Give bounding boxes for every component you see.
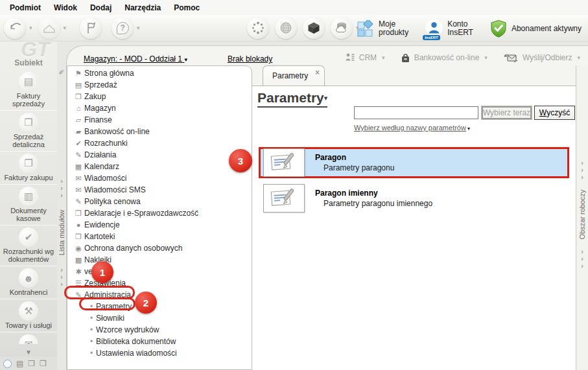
module-button[interactable]: ❒ Sprzedaż detaliczna: [0, 111, 57, 152]
tree-item[interactable]: ✔ Rozrachunki: [67, 137, 252, 149]
my-products-button[interactable]: Moje produkty: [351, 16, 414, 41]
parameter-list-item[interactable]: Paragon Parametry paragonu: [259, 147, 569, 178]
tree-item[interactable]: • Wzorce wydruków: [67, 324, 252, 336]
subscription-status-button[interactable]: Abonament aktywny: [485, 16, 587, 41]
online-services-button[interactable]: [275, 17, 297, 39]
chevron-down-icon[interactable]: ▾: [29, 25, 32, 31]
chevron-down-icon: ▾: [484, 54, 488, 61]
tree-item-label: Zakup: [84, 92, 106, 101]
tree-item-icon: •: [87, 325, 96, 334]
parameter-item-subtitle: Parametry paragonu: [323, 163, 394, 172]
page-title[interactable]: Parametry▾: [257, 90, 327, 108]
tree-item[interactable]: ● Ewidencje: [67, 219, 252, 231]
module-button[interactable]: ❐ Faktury zakupu: [0, 152, 57, 185]
menu-item[interactable]: Dodaj: [84, 1, 117, 14]
tree-item-icon: ❒: [73, 209, 84, 218]
tree-item-label: Ochrona danych osobowych: [84, 244, 182, 253]
flag-icon: [84, 21, 98, 35]
tree-item-label: Bankowość on-line: [84, 127, 150, 136]
tree-item[interactable]: ✉ Wiadomości SMS: [67, 184, 252, 196]
tree-item[interactable]: ▱ Finanse: [67, 114, 252, 126]
tree-item[interactable]: ❐ Zakup: [67, 91, 252, 102]
filter-by-name-link[interactable]: Wybierz według nazwy parametrów▾: [354, 124, 470, 132]
tree-item[interactable]: ▦ Kalendarz: [67, 161, 252, 172]
module-list-strip-label: Lista modułów: [58, 210, 65, 255]
flag-button[interactable]: [80, 17, 102, 39]
lock-status-link[interactable]: Brak blokady: [228, 54, 272, 64]
tab-parametry[interactable]: Parametry ×: [263, 65, 325, 86]
module-icon: ✉: [19, 334, 38, 344]
clear-button[interactable]: Wyczyść: [534, 106, 575, 120]
tree-item-label: Rozrachunki: [84, 139, 128, 148]
workspace-strip[interactable]: › › › Obszar roboczy › › ›: [576, 65, 588, 370]
send-icon: [42, 21, 56, 35]
help-icon: ?: [117, 22, 129, 34]
module-button[interactable]: ✔ Rozrachunki wg dokumentów: [0, 225, 57, 266]
insert-badge: InsERT: [423, 35, 440, 40]
module-label: Towary i usługi: [1, 321, 56, 329]
tree-item-label: Działania: [84, 150, 116, 159]
send-receive-toggle[interactable]: Wyślij/Odbierz ▾: [503, 52, 580, 63]
crm-person-icon: [345, 52, 355, 63]
send-document-button[interactable]: [38, 17, 60, 39]
expand-chevron-icon: ›: [581, 262, 583, 270]
switch-document-button[interactable]: [4, 17, 26, 39]
vendero-button[interactable]: [247, 17, 269, 39]
minibar-module-icon[interactable]: ❐: [40, 360, 47, 367]
tree-item[interactable]: ◉ Ochrona danych osobowych: [67, 242, 252, 254]
module-button[interactable]: ▥ Dokumenty kasowe: [0, 185, 57, 225]
tree-item[interactable]: • Słowniki: [67, 312, 252, 324]
chevron-down-icon[interactable]: ▾: [64, 25, 67, 31]
module-button[interactable]: ✉ Wiadomości odebrane: [0, 332, 57, 344]
crm-toggle[interactable]: CRM ▾: [345, 52, 385, 63]
selected-module-indicator-icon[interactable]: [3, 360, 12, 368]
tree-item-label: Ewidencje: [84, 220, 120, 229]
chevron-down-icon[interactable]: ▾: [137, 25, 140, 31]
module-button[interactable]: ☻ Kontrahenci: [0, 266, 57, 299]
parameter-list-item[interactable]: Paragon imienny Parametry paragonu imien…: [259, 183, 569, 214]
tree-item-label: Finanse: [84, 115, 112, 124]
menu-item[interactable]: Pomoc: [168, 1, 206, 14]
magazyn-selector-link[interactable]: Magazyn: - MOD - Oddział 1 ▾: [84, 54, 187, 64]
globe-icon: [279, 21, 293, 35]
chevron-down-icon: ▾: [382, 54, 385, 61]
tree-item[interactable]: ⌂ Magazyn: [67, 102, 252, 114]
tree-item-label: Słowniki: [96, 314, 124, 323]
tree-item[interactable]: • Ustawienia wiadomości: [67, 347, 252, 359]
tree-item[interactable]: ✉ Wiadomości: [67, 172, 252, 184]
more-modules-arrow-icon[interactable]: ▼: [0, 349, 57, 356]
module-list-strip[interactable]: ✐ › › › Lista modułów › › ›: [57, 65, 66, 370]
tree-item[interactable]: ⚑ Strona główna: [67, 67, 252, 79]
tree-item[interactable]: ✎ Polityka cenowa: [67, 196, 252, 207]
dotted-gear-icon: [251, 21, 265, 35]
tree-item[interactable]: ❒ Deklaracje i e-Sprawozdawczość: [67, 207, 252, 219]
tree-item-label: Strona główna: [84, 69, 134, 78]
tree-item[interactable]: ❐ Kartoteki: [67, 231, 252, 242]
tree-item[interactable]: ✎ Działania: [67, 149, 252, 161]
insert-account-button[interactable]: InsERT Konto InsERT: [420, 16, 478, 41]
module-button[interactable]: ▤ Faktury sprzedaży: [0, 70, 57, 111]
tree-item[interactable]: ▰ Bankowość on-line: [67, 126, 252, 137]
shield-check-icon: [490, 19, 507, 38]
package-button[interactable]: [303, 17, 325, 39]
menu-item[interactable]: Podmiot: [4, 1, 47, 14]
tree-item[interactable]: • Biblioteka dokumentów: [67, 336, 252, 347]
module-icon: ▥: [19, 187, 38, 206]
tab-close-icon[interactable]: ×: [315, 68, 320, 77]
module-button[interactable]: ⚒ Towary i usługi: [0, 299, 57, 332]
menu-item[interactable]: Widok: [48, 1, 83, 14]
parameter-search-input[interactable]: [354, 106, 478, 119]
menu-item[interactable]: Narzędzia: [119, 1, 167, 14]
tree-item[interactable]: ▤ Sprzedaż: [67, 79, 252, 91]
cloud-database-button[interactable]: [331, 17, 353, 39]
service-toggles: CRM ▾ Bankowość on-line ▾ Wyślij/Odbierz…: [345, 52, 580, 63]
minibar-module-icon[interactable]: ▤: [16, 360, 23, 367]
select-now-button[interactable]: Wybierz teraz: [481, 106, 532, 120]
minibar-module-icon[interactable]: ❒: [28, 360, 35, 367]
banking-toggle[interactable]: Bankowość on-line ▾: [401, 53, 488, 63]
module-icon: ⚒: [19, 301, 38, 321]
tree-item-icon: ▤: [73, 81, 84, 89]
annotation-box-parametry: [79, 297, 135, 310]
module-icon: ❐: [19, 154, 38, 173]
help-button[interactable]: ?: [112, 17, 134, 39]
